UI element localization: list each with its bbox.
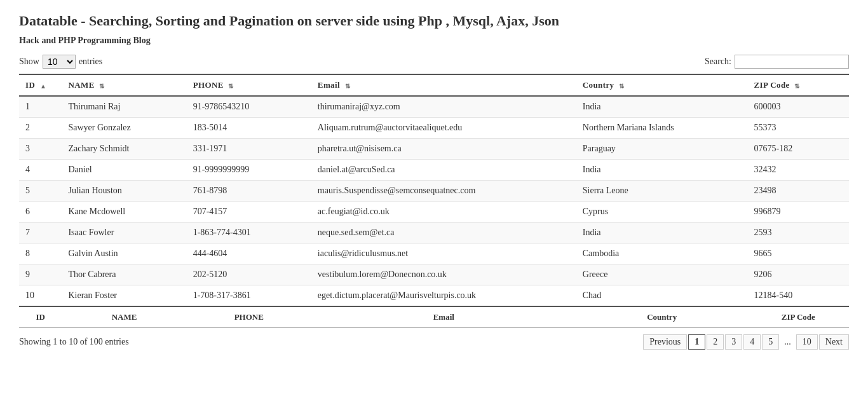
table-controls-bottom: Showing 1 to 10 of 100 entries Previous … xyxy=(19,334,849,350)
cell-email: vestibulum.lorem@Donecnon.co.uk xyxy=(311,264,576,285)
cell-name: Thirumani Raj xyxy=(62,96,186,118)
cell-country: Cambodia xyxy=(576,243,748,264)
cell-email: thirumaniraj@xyz.com xyxy=(311,96,576,118)
col-header-country[interactable]: Country ⇅ xyxy=(576,74,748,96)
cell-name: Kane Mcdowell xyxy=(62,202,186,222)
cell-zip: 996879 xyxy=(748,202,849,222)
cell-email: mauris.Suspendisse@semconsequatnec.com xyxy=(311,181,576,202)
table-row: 10Kieran Foster1-708-317-3861eget.dictum… xyxy=(19,285,849,307)
col-zip-label: ZIP Code xyxy=(754,80,790,90)
col-header-zip[interactable]: ZIP Code ⇅ xyxy=(748,74,849,96)
page-subtitle: Hack and PHP Programming Blog xyxy=(19,36,849,46)
cell-name: Sawyer Gonzalez xyxy=(62,118,186,139)
pagination-page-3[interactable]: 3 xyxy=(725,334,742,350)
table-row: 3Zachary Schmidt331-1971pharetra.ut@nisi… xyxy=(19,139,849,160)
col-footer-email: Email xyxy=(311,306,576,328)
col-header-name[interactable]: NAME ⇅ xyxy=(62,74,186,96)
cell-id: 6 xyxy=(19,202,62,222)
cell-id: 3 xyxy=(19,139,62,160)
pagination-page-5[interactable]: 5 xyxy=(762,334,779,350)
cell-phone: 91-9999999999 xyxy=(187,160,311,181)
showing-text: Showing 1 to 10 of 100 entries xyxy=(19,337,129,347)
cell-zip: 9665 xyxy=(748,243,849,264)
sort-icon-email: ⇅ xyxy=(345,83,350,90)
table-row: 4Daniel91-9999999999daniel.at@arcuSed.ca… xyxy=(19,160,849,181)
sort-icon-country: ⇅ xyxy=(619,83,624,90)
cell-zip: 600003 xyxy=(748,96,849,118)
col-footer-zip: ZIP Code xyxy=(748,306,849,328)
cell-country: India xyxy=(576,160,748,181)
cell-country: Northern Mariana Islands xyxy=(576,118,748,139)
table-footer-row: ID NAME PHONE Email Country ZIP Code xyxy=(19,306,849,328)
col-header-id[interactable]: ID ▲ xyxy=(19,74,62,96)
cell-id: 9 xyxy=(19,264,62,285)
cell-country: Cyprus xyxy=(576,202,748,222)
data-table: ID ▲ NAME ⇅ PHONE ⇅ Email ⇅ Country ⇅ ZI… xyxy=(19,74,849,328)
cell-country: Greece xyxy=(576,264,748,285)
table-body: 1Thirumani Raj91-9786543210thirumaniraj@… xyxy=(19,96,849,306)
pagination-page-10[interactable]: 10 xyxy=(796,334,818,350)
col-name-label: NAME xyxy=(68,80,94,90)
table-controls-top: Show 102550100 entries Search: xyxy=(19,55,849,69)
cell-zip: 07675-182 xyxy=(748,139,849,160)
table-row: 1Thirumani Raj91-9786543210thirumaniraj@… xyxy=(19,96,849,118)
cell-name: Daniel xyxy=(62,160,186,181)
cell-name: Isaac Fowler xyxy=(62,222,186,243)
cell-name: Kieran Foster xyxy=(62,285,186,307)
cell-email: daniel.at@arcuSed.ca xyxy=(311,160,576,181)
cell-country: Chad xyxy=(576,285,748,307)
cell-country: Paraguay xyxy=(576,139,748,160)
cell-zip: 55373 xyxy=(748,118,849,139)
cell-zip: 32432 xyxy=(748,160,849,181)
cell-zip: 12184-540 xyxy=(748,285,849,307)
cell-name: Zachary Schmidt xyxy=(62,139,186,160)
table-row: 9Thor Cabrera202-5120vestibulum.lorem@Do… xyxy=(19,264,849,285)
cell-zip: 2593 xyxy=(748,222,849,243)
col-footer-phone: PHONE xyxy=(187,306,311,328)
cell-email: eget.dictum.placerat@Maurisvelturpis.co.… xyxy=(311,285,576,307)
cell-country: India xyxy=(576,222,748,243)
page-title: Datatable - Searching, Sorting and Pagin… xyxy=(19,13,849,29)
col-id-label: ID xyxy=(25,80,35,90)
cell-email: neque.sed.sem@et.ca xyxy=(311,222,576,243)
cell-email: ac.feugiat@id.co.uk xyxy=(311,202,576,222)
col-email-label: Email xyxy=(318,80,340,90)
cell-email: Aliquam.rutrum@auctorvitaealiquet.edu xyxy=(311,118,576,139)
pagination-page-2[interactable]: 2 xyxy=(707,334,724,350)
cell-phone: 183-5014 xyxy=(187,118,311,139)
entries-select[interactable]: 102550100 xyxy=(43,55,76,69)
search-input[interactable] xyxy=(735,55,849,69)
cell-name: Julian Houston xyxy=(62,181,186,202)
cell-phone: 1-863-774-4301 xyxy=(187,222,311,243)
cell-id: 1 xyxy=(19,96,62,118)
pagination-previous[interactable]: Previous xyxy=(643,334,687,350)
pagination-dots: ... xyxy=(780,335,795,349)
cell-email: pharetra.ut@nisisem.ca xyxy=(311,139,576,160)
table-row: 7Isaac Fowler1-863-774-4301neque.sed.sem… xyxy=(19,222,849,243)
cell-zip: 23498 xyxy=(748,181,849,202)
cell-name: Thor Cabrera xyxy=(62,264,186,285)
cell-id: 2 xyxy=(19,118,62,139)
col-header-phone[interactable]: PHONE ⇅ xyxy=(187,74,311,96)
sort-icon-zip: ⇅ xyxy=(794,83,799,90)
cell-phone: 444-4604 xyxy=(187,243,311,264)
table-row: 8Galvin Austin444-4604iaculis@ridiculusm… xyxy=(19,243,849,264)
cell-phone: 761-8798 xyxy=(187,181,311,202)
pagination-next[interactable]: Next xyxy=(819,334,849,350)
table-row: 6Kane Mcdowell707-4157ac.feugiat@id.co.u… xyxy=(19,202,849,222)
cell-id: 5 xyxy=(19,181,62,202)
cell-email: iaculis@ridiculusmus.net xyxy=(311,243,576,264)
col-footer-country: Country xyxy=(576,306,748,328)
col-footer-name: NAME xyxy=(62,306,186,328)
show-entries-control: Show 102550100 entries xyxy=(19,55,102,69)
cell-country: Sierra Leone xyxy=(576,181,748,202)
cell-id: 7 xyxy=(19,222,62,243)
sort-icon-name: ⇅ xyxy=(99,83,104,90)
table-row: 2Sawyer Gonzalez183-5014Aliquam.rutrum@a… xyxy=(19,118,849,139)
sort-icon-phone: ⇅ xyxy=(228,83,233,90)
sort-icon-id: ▲ xyxy=(40,83,46,90)
pagination-page-1[interactable]: 1 xyxy=(688,334,705,350)
col-header-email[interactable]: Email ⇅ xyxy=(311,74,576,96)
pagination-page-4[interactable]: 4 xyxy=(743,334,761,350)
search-label: Search: xyxy=(705,57,731,67)
